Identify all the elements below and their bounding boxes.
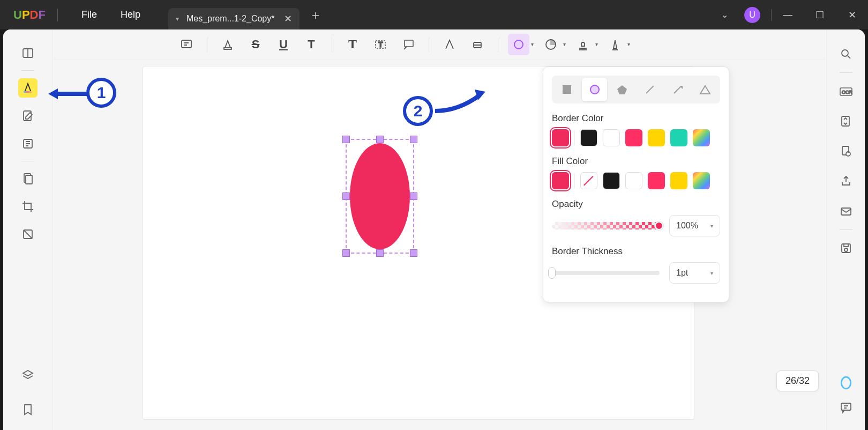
strikethrough-icon[interactable]: S — [245, 34, 266, 55]
right-sidebar: OCR — [826, 29, 865, 430]
signature-caret-icon[interactable]: ▾ — [627, 41, 630, 47]
pencil-icon[interactable] — [439, 34, 460, 55]
page-counter[interactable]: 26/32 — [776, 370, 819, 391]
stamp-caret-icon[interactable]: ▾ — [595, 41, 598, 47]
minimize-button[interactable]: — — [772, 0, 804, 29]
comment-tool-icon[interactable] — [18, 78, 38, 98]
textbox-icon[interactable]: T — [370, 34, 391, 55]
resize-handle-e[interactable] — [410, 192, 417, 200]
search-icon[interactable] — [836, 45, 856, 64]
border-color-swatch-white[interactable] — [603, 129, 620, 146]
shape-properties-popover: Border Color Fill Color — [543, 66, 729, 302]
title-bar: UPDF File Help ▾ Mes_prem...1-2_Copy* ✕ … — [0, 0, 868, 29]
fill-color-swatch-red[interactable] — [648, 172, 665, 189]
save-icon[interactable] — [836, 239, 856, 258]
line-tab[interactable] — [637, 78, 663, 101]
text-tool-icon[interactable]: T — [342, 34, 363, 55]
svg-rect-7 — [182, 40, 191, 48]
tab-title: Mes_prem...1-2_Copy* — [186, 14, 275, 24]
fill-color-swatch-yellow[interactable] — [670, 172, 687, 189]
oval-shape[interactable] — [350, 143, 410, 249]
ai-icon[interactable] — [836, 373, 856, 392]
close-window-button[interactable]: ✕ — [836, 0, 868, 29]
sticker-icon[interactable] — [540, 34, 562, 55]
fill-color-swatch-white[interactable] — [625, 172, 642, 189]
resize-handle-n[interactable] — [376, 136, 384, 143]
fill-color-custom[interactable] — [693, 172, 710, 189]
menu-file[interactable]: File — [70, 9, 109, 20]
callout-icon[interactable] — [398, 34, 419, 55]
page-tools-icon[interactable] — [18, 169, 38, 188]
comments-panel-icon[interactable] — [836, 398, 856, 417]
stamp-icon[interactable] — [572, 34, 594, 55]
svg-rect-11 — [405, 40, 413, 47]
border-color-swatch-yellow[interactable] — [648, 129, 665, 146]
border-color-custom[interactable] — [693, 129, 710, 146]
resize-handle-se[interactable] — [410, 249, 417, 257]
organize-pages-icon[interactable] — [18, 134, 38, 153]
svg-rect-28 — [841, 208, 851, 215]
thickness-label: Border Thickness — [552, 246, 720, 257]
tab-chevron-icon[interactable]: ▾ — [176, 15, 179, 23]
triangle-tab[interactable] — [692, 78, 718, 101]
fill-color-swatches — [552, 172, 720, 189]
rectangle-tab[interactable] — [554, 78, 580, 101]
new-tab-button[interactable]: ＋ — [309, 6, 322, 24]
resize-handle-sw[interactable] — [342, 249, 350, 257]
edit-pdf-icon[interactable] — [18, 106, 38, 125]
redact-icon[interactable] — [18, 225, 38, 244]
fill-color-swatch-black[interactable] — [603, 172, 620, 189]
resize-handle-w[interactable] — [342, 192, 350, 200]
email-icon[interactable] — [836, 202, 856, 221]
border-color-swatch-black[interactable] — [580, 129, 597, 146]
annotation-arrow-1 — [47, 86, 90, 105]
fill-color-swatch-none[interactable] — [580, 172, 597, 189]
thickness-slider[interactable] — [552, 271, 660, 275]
resize-handle-nw[interactable] — [342, 136, 350, 143]
sticky-note-icon[interactable] — [176, 34, 197, 55]
resize-handle-ne[interactable] — [410, 136, 417, 143]
signature-icon[interactable] — [604, 34, 626, 55]
svg-line-19 — [674, 87, 680, 93]
border-color-swatch-red[interactable] — [625, 129, 642, 146]
close-tab-icon[interactable]: ✕ — [284, 13, 292, 25]
shape-caret-icon[interactable]: ▾ — [531, 41, 534, 47]
highlight-icon[interactable] — [217, 34, 238, 55]
reader-mode-icon[interactable] — [18, 43, 38, 63]
opacity-slider[interactable] — [552, 222, 660, 229]
bookmark-icon[interactable] — [18, 400, 38, 419]
menu-help[interactable]: Help — [109, 9, 152, 20]
account-chevron-icon[interactable]: ⌄ — [721, 10, 728, 20]
opacity-value-dropdown[interactable]: 100%▾ — [669, 215, 720, 236]
polygon-tab[interactable] — [609, 78, 635, 101]
user-avatar[interactable]: U — [744, 7, 760, 23]
border-color-swatch-selected[interactable] — [552, 129, 569, 146]
maximize-button[interactable]: ☐ — [804, 0, 836, 29]
thickness-value-dropdown[interactable]: 1pt▾ — [669, 262, 720, 284]
svg-rect-30 — [844, 244, 848, 247]
convert-icon[interactable] — [836, 112, 856, 131]
eraser-icon[interactable] — [467, 34, 488, 55]
oval-tab[interactable] — [582, 78, 608, 101]
squiggly-icon[interactable]: T — [301, 34, 322, 55]
layers-icon[interactable] — [18, 366, 38, 385]
arrow-tab[interactable] — [665, 78, 691, 101]
opacity-thumb[interactable] — [655, 221, 663, 230]
document-tab[interactable]: ▾ Mes_prem...1-2_Copy* ✕ — [168, 8, 300, 29]
thickness-thumb[interactable] — [548, 267, 556, 279]
selection-box[interactable] — [346, 139, 414, 254]
share-icon[interactable] — [836, 172, 856, 191]
ocr-icon[interactable]: OCR — [836, 81, 856, 101]
border-color-swatches — [552, 129, 720, 146]
svg-rect-8 — [224, 48, 231, 49]
shape-tool-icon[interactable] — [508, 34, 529, 55]
underline-icon[interactable]: U — [273, 34, 294, 55]
sticker-caret-icon[interactable]: ▾ — [563, 41, 566, 47]
left-sidebar — [3, 29, 53, 430]
border-color-swatch-teal[interactable] — [670, 129, 687, 146]
protect-icon[interactable] — [836, 142, 856, 161]
resize-handle-s[interactable] — [376, 249, 384, 257]
crop-icon[interactable] — [18, 197, 38, 216]
fill-color-swatch-selected[interactable] — [552, 172, 569, 189]
opacity-label: Opacity — [552, 199, 720, 210]
